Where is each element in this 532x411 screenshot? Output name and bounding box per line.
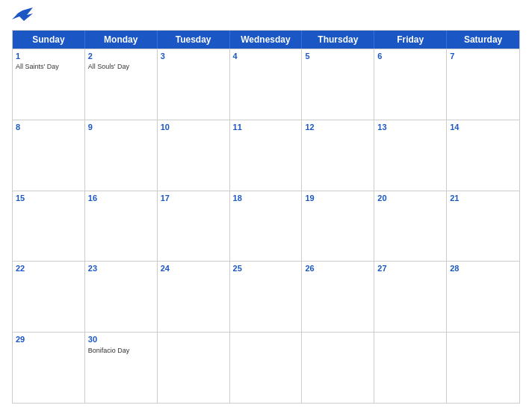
- page-header: [12, 7, 520, 25]
- day-header-wednesday: Wednesday: [230, 31, 303, 49]
- logo: [12, 7, 39, 25]
- day-number: 21: [450, 193, 516, 204]
- day-cell: [158, 333, 230, 403]
- day-header-thursday: Thursday: [302, 31, 374, 49]
- week-row-2: 891011121314: [13, 120, 519, 191]
- calendar-page: SundayMondayTuesdayWednesdayThursdayFrid…: [0, 0, 532, 411]
- day-cell: 11: [230, 120, 303, 191]
- day-cell: 13: [374, 120, 447, 191]
- day-number: 22: [16, 263, 81, 274]
- week-row-4: 22232425262728: [13, 261, 519, 332]
- day-number: 24: [161, 263, 226, 274]
- day-cell: 1All Saints' Day: [13, 49, 85, 120]
- day-cell: 16: [85, 191, 158, 262]
- day-cell: 30Bonifacio Day: [85, 333, 158, 403]
- day-number: 18: [233, 193, 299, 204]
- day-number: 28: [450, 263, 516, 274]
- day-cell: 29: [13, 333, 85, 403]
- day-cell: 19: [302, 191, 374, 262]
- calendar-grid: SundayMondayTuesdayWednesdayThursdayFrid…: [12, 30, 520, 404]
- day-cell: 27: [374, 262, 447, 332]
- day-header-sunday: Sunday: [13, 31, 85, 49]
- day-number: 15: [16, 193, 81, 204]
- week-row-3: 15161718192021: [13, 191, 519, 262]
- day-cell: 18: [230, 191, 303, 262]
- day-cell: 6: [374, 49, 447, 120]
- day-number: 2: [88, 51, 154, 62]
- day-cell: 2All Souls' Day: [85, 49, 158, 120]
- day-cell: 17: [158, 191, 230, 262]
- day-cell: [374, 333, 447, 403]
- weeks-container: 1All Saints' Day2All Souls' Day345678910…: [13, 49, 519, 403]
- day-number: 7: [450, 51, 516, 62]
- day-cell: 5: [302, 49, 374, 120]
- day-header-friday: Friday: [374, 31, 447, 49]
- logo-bird-icon: [12, 7, 33, 25]
- day-number: 8: [16, 122, 81, 133]
- day-number: 5: [305, 51, 371, 62]
- day-number: 12: [305, 122, 371, 133]
- day-cell: 24: [158, 262, 230, 332]
- day-cell: 28: [447, 262, 519, 332]
- day-cell: [447, 333, 519, 403]
- day-cell: 10: [158, 120, 230, 191]
- day-number: 30: [88, 334, 154, 345]
- day-number: 9: [88, 122, 154, 133]
- day-number: 10: [161, 122, 226, 133]
- day-number: 13: [377, 122, 443, 133]
- week-row-5: 2930Bonifacio Day: [13, 332, 519, 403]
- day-cell: 22: [13, 262, 85, 332]
- day-cell: 21: [447, 191, 519, 262]
- day-cell: 15: [13, 191, 85, 262]
- day-header-monday: Monday: [85, 31, 158, 49]
- day-cell: [230, 333, 303, 403]
- day-number: 16: [88, 193, 154, 204]
- day-number: 27: [377, 263, 443, 274]
- svg-marker-0: [12, 7, 33, 21]
- day-number: 1: [16, 51, 81, 62]
- days-header-row: SundayMondayTuesdayWednesdayThursdayFrid…: [13, 31, 519, 49]
- day-header-saturday: Saturday: [447, 31, 519, 49]
- holiday-label: All Souls' Day: [88, 63, 154, 72]
- day-number: 14: [450, 122, 516, 133]
- day-number: 23: [88, 263, 154, 274]
- day-header-tuesday: Tuesday: [158, 31, 230, 49]
- day-number: 4: [233, 51, 299, 62]
- day-number: 11: [233, 122, 299, 133]
- holiday-label: All Saints' Day: [16, 63, 81, 72]
- day-cell: 7: [447, 49, 519, 120]
- day-cell: 26: [302, 262, 374, 332]
- day-number: 6: [377, 51, 443, 62]
- holiday-label: Bonifacio Day: [88, 347, 154, 356]
- day-cell: 23: [85, 262, 158, 332]
- day-cell: 9: [85, 120, 158, 191]
- day-number: 29: [16, 334, 81, 345]
- week-row-1: 1All Saints' Day2All Souls' Day34567: [13, 49, 519, 120]
- day-cell: 3: [158, 49, 230, 120]
- day-number: 25: [233, 263, 299, 274]
- day-number: 19: [305, 193, 371, 204]
- day-number: 20: [377, 193, 443, 204]
- day-number: 3: [161, 51, 226, 62]
- day-cell: [302, 333, 374, 403]
- day-cell: 8: [13, 120, 85, 191]
- day-cell: 12: [302, 120, 374, 191]
- day-cell: 20: [374, 191, 447, 262]
- day-cell: 4: [230, 49, 303, 120]
- day-number: 17: [161, 193, 226, 204]
- day-cell: 14: [447, 120, 519, 191]
- day-number: 26: [305, 263, 371, 274]
- day-cell: 25: [230, 262, 303, 332]
